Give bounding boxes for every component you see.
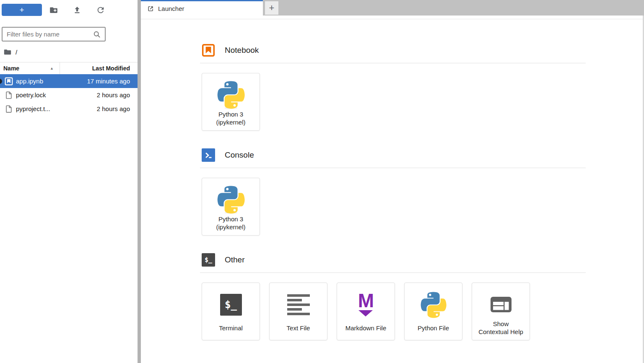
file-browser-toolbar: +: [0, 0, 138, 17]
file-icon: [5, 105, 13, 113]
column-header-last-modified[interactable]: Last Modified: [60, 65, 138, 72]
new-folder-icon: [49, 5, 58, 15]
card-label: Python 3 (ipykernel): [216, 215, 245, 231]
main-dock-panel: Launcher + Notebook: [141, 0, 644, 363]
tab-label: Launcher: [158, 5, 184, 12]
terminal-icon: $_: [202, 253, 215, 267]
file-row-pyproject[interactable]: pyproject.t... 2 hours ago: [0, 102, 138, 116]
launcher-card-text-file[interactable]: Text File: [269, 283, 327, 340]
card-label: Text File: [287, 321, 310, 336]
upload-icon: [73, 5, 82, 15]
terminal-icon: $_: [220, 294, 242, 316]
card-label: Markdown File: [345, 321, 387, 336]
file-row-app-ipynb[interactable]: app.ipynb 17 minutes ago: [0, 74, 138, 88]
tab-bar: Launcher +: [141, 0, 644, 16]
filter-files-box: [2, 27, 106, 41]
sort-asc-icon: ▲: [50, 66, 54, 70]
sidebar-splitter[interactable]: [138, 0, 141, 363]
refresh-button[interactable]: [89, 3, 112, 17]
search-icon: [93, 30, 101, 39]
file-icon: [5, 91, 13, 99]
launcher-card-notebook-python3[interactable]: Python 3 (ipykernel): [202, 73, 260, 131]
section-divider: [200, 63, 586, 63]
section-title: Other: [225, 255, 245, 264]
refresh-icon: [96, 5, 105, 15]
new-folder-button[interactable]: [42, 3, 65, 17]
launcher-card-python-file[interactable]: Python File: [404, 283, 462, 340]
card-label: Python 3 (ipykernel): [216, 111, 245, 126]
file-browser-panel: +: [0, 0, 138, 363]
section-divider: [200, 272, 586, 273]
launcher-section-notebook: Notebook Python 3: [202, 44, 586, 131]
launcher-panel: Notebook Python 3: [141, 16, 644, 363]
launcher-section-other: $_ Other $_ Ter: [202, 253, 586, 340]
tab-launcher[interactable]: Launcher: [141, 0, 263, 16]
panel-top-rule: [141, 16, 644, 19]
section-divider: [200, 168, 586, 168]
jupyterlab-app: +: [0, 0, 644, 363]
card-label: Terminal: [219, 321, 243, 336]
plus-icon: +: [269, 3, 275, 13]
upload-button[interactable]: [65, 3, 89, 17]
open-file-indicator-dot: [0, 79, 2, 84]
file-listing-header: Name ▲ Last Modified: [0, 62, 138, 74]
breadcrumb-root[interactable]: /: [16, 49, 17, 56]
card-label: Show Contextual Help: [478, 320, 523, 336]
filter-files-input[interactable]: [3, 31, 93, 38]
launcher-icon: [147, 5, 154, 12]
launcher-card-terminal[interactable]: $_ Terminal: [202, 283, 260, 340]
launcher-card-console-python3[interactable]: Python 3 (ipykernel): [202, 178, 260, 236]
text-file-icon: [287, 294, 310, 315]
python-logo-icon: [217, 81, 245, 109]
breadcrumb: /: [0, 41, 138, 57]
python-logo-icon: [421, 292, 447, 318]
python-logo-icon: [217, 186, 245, 214]
contextual-help-icon: [490, 296, 512, 313]
section-title: Notebook: [225, 46, 259, 55]
folder-icon[interactable]: [3, 48, 12, 56]
new-tab-button[interactable]: +: [265, 1, 278, 15]
launcher-card-markdown-file[interactable]: M Markdown File: [337, 283, 395, 340]
launcher-section-console: Console Python 3: [202, 148, 586, 236]
notebook-icon: [5, 77, 13, 86]
section-title: Console: [225, 150, 254, 160]
notebook-icon: [202, 44, 215, 57]
console-icon: [202, 148, 215, 162]
plus-icon: +: [19, 6, 24, 14]
file-row-poetry-lock[interactable]: poetry.lock 2 hours ago: [0, 88, 138, 102]
card-label: Python File: [418, 321, 449, 336]
markdown-icon: M: [358, 293, 374, 317]
file-listing: app.ipynb 17 minutes ago poetry.lock 2 h…: [0, 74, 138, 116]
new-launcher-button[interactable]: +: [2, 4, 42, 16]
launcher-card-show-contextual-help[interactable]: Show Contextual Help: [472, 283, 530, 340]
column-header-name[interactable]: Name ▲: [0, 62, 60, 74]
